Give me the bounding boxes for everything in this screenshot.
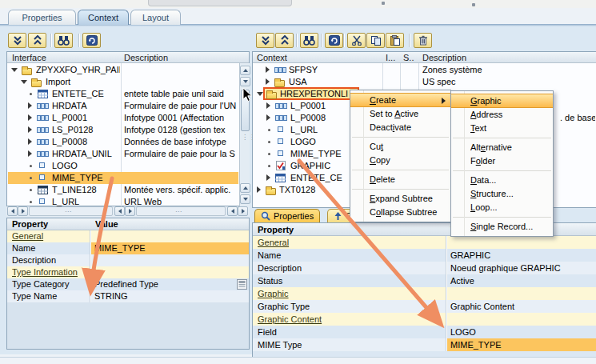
section-link[interactable]: Graphic [258, 287, 289, 300]
property-value-highlighted[interactable]: MIME_TYPE [90, 242, 249, 254]
tree-node-label: USA [289, 76, 307, 88]
tree-node-label: LS_P0128 [52, 124, 93, 136]
collapsed-triangle-icon[interactable] [28, 150, 32, 157]
tree-row[interactable]: LS_P0128 Infotype 0128 (gestion tex [7, 124, 239, 136]
scrollbar-thumb[interactable] [241, 90, 250, 131]
scroll-down-button[interactable] [240, 194, 250, 204]
submenu-item-text[interactable]: Text [451, 122, 553, 135]
property-value[interactable]: LOGO [450, 326, 476, 338]
submenu-item-structure[interactable]: Structure... [451, 187, 553, 201]
menu-item-deactivate[interactable]: Deactivate [350, 121, 450, 134]
collapsed-triangle-icon[interactable] [266, 66, 270, 73]
property-value[interactable]: STRING [94, 290, 128, 302]
scroll-right-button[interactable] [238, 206, 248, 216]
dropdown-icon[interactable] [237, 279, 247, 290]
menu-item-cut[interactable]: Cut [350, 140, 450, 154]
tree-row[interactable]: T_LINE128 Montée vers. spécif. applic. [7, 184, 239, 196]
menu-item-copy[interactable]: Copy [350, 154, 450, 167]
tree-row[interactable]: ENTETE_CE entete table paie unil said [7, 88, 239, 100]
property-value[interactable]: Predefined Type [94, 278, 158, 290]
refresh-button[interactable] [82, 33, 101, 48]
tab-properties[interactable]: Properties [8, 10, 76, 25]
section-link[interactable]: General [258, 236, 289, 249]
delete-button[interactable] [414, 33, 432, 48]
expand-triangle-icon[interactable] [257, 92, 263, 96]
submenu-item-alternative[interactable]: Alternative [451, 141, 553, 154]
tree-row[interactable]: L_P0008 Données de base infotype [7, 136, 239, 148]
property-section-general[interactable]: General [7, 230, 249, 242]
scroll-left-button[interactable] [227, 206, 238, 216]
collapse-all-button[interactable] [28, 33, 46, 48]
section-link[interactable]: Graphic Content [258, 313, 322, 326]
expand-triangle-icon[interactable] [21, 80, 27, 84]
menu-item-create[interactable]: Create [350, 93, 450, 107]
tree-row[interactable]: ZPYXXFO_YHR_PAIE01_CHC [7, 64, 239, 76]
tree-row[interactable]: Import [7, 76, 239, 88]
scroll-right-button[interactable] [125, 206, 135, 216]
collapsed-triangle-icon[interactable] [266, 102, 270, 109]
tab-context[interactable]: Context [78, 10, 129, 25]
refresh-button-right[interactable] [325, 33, 343, 48]
find-button[interactable] [54, 33, 73, 48]
collapsed-triangle-icon[interactable] [266, 174, 270, 181]
cut-button[interactable] [347, 33, 366, 48]
find-button-right[interactable] [300, 33, 318, 48]
expand-all-button[interactable] [8, 33, 26, 48]
property-value[interactable]: Active [450, 274, 474, 287]
field-icon [39, 174, 45, 180]
property-value[interactable]: Noeud graphique GRAPHIC [450, 262, 561, 274]
menu-item-collapse-subtree[interactable]: Collapse Subtree [350, 206, 450, 219]
menu-item-delete[interactable]: Delete [350, 173, 450, 186]
submenu-item-address[interactable]: Address [451, 108, 553, 122]
collapsed-triangle-icon[interactable] [28, 102, 32, 109]
tree-row[interactable]: L_P0001 Infotype 0001 (Affectation [7, 112, 239, 124]
tree-row[interactable]: USA US spec [253, 76, 595, 88]
collapsed-triangle-icon[interactable] [266, 78, 270, 85]
menu-item-set-to-active[interactable]: Set to Active [350, 107, 450, 121]
horizontal-scrollbar-row[interactable]: ⋯ ⋯ [6, 206, 250, 217]
submenu-item-data[interactable]: Data... [451, 174, 553, 187]
paste-button[interactable] [386, 33, 404, 48]
collapsed-triangle-icon[interactable] [28, 138, 32, 145]
tree-row[interactable]: HRDATA_UNIL Formulaire de paie pour la S [7, 148, 239, 160]
section-link[interactable]: Type Information [12, 266, 78, 278]
scroll-up-button[interactable] [240, 183, 250, 193]
tree-row[interactable]: SFPSY Zones système [253, 64, 595, 76]
property-value[interactable]: Graphic Content [450, 300, 514, 313]
submenu-item-graphic[interactable]: Graphic [451, 94, 553, 108]
property-value[interactable]: GRAPHIC [450, 249, 490, 262]
scroll-down-button[interactable] [240, 77, 250, 86]
scrollbar-track[interactable]: ⋯ [29, 206, 113, 216]
property-section-graphic[interactable]: Graphic [253, 287, 596, 300]
delete-icon [418, 35, 428, 46]
tab-properties-bottom[interactable]: Properties [254, 209, 320, 222]
expand-triangle-icon[interactable] [11, 68, 18, 72]
collapsed-triangle-icon[interactable] [28, 114, 32, 121]
tree-row-mime-type[interactable]: MIME_TYPE [7, 172, 239, 184]
copy-button[interactable] [366, 33, 385, 48]
scroll-right-button[interactable] [18, 206, 28, 216]
property-section-graphic-content[interactable]: Graphic Content [253, 313, 596, 326]
scroll-left-button[interactable] [7, 206, 18, 216]
collapsed-triangle-icon[interactable] [257, 186, 261, 193]
property-value-highlighted[interactable]: MIME_TYPE [446, 338, 596, 351]
scroll-left-button[interactable] [114, 206, 125, 216]
collapsed-triangle-icon[interactable] [28, 126, 32, 133]
scrollbar-track[interactable]: ⋯ [136, 206, 226, 216]
menu-item-expand-subtree[interactable]: Expand Subtree [350, 192, 450, 206]
scroll-up-button[interactable] [240, 66, 250, 75]
section-link[interactable]: General [12, 230, 43, 242]
tree-row[interactable]: HRDATA Formulaire de paie pour l'UN [7, 100, 239, 112]
tree-row[interactable]: LOGO [7, 160, 239, 172]
property-section-type-information[interactable]: Type Information [7, 266, 249, 278]
expand-all-button-right[interactable] [256, 33, 274, 48]
collapse-all-button-right[interactable] [275, 33, 294, 48]
vertical-scrollbar[interactable]: ⋮⋮ [239, 63, 250, 206]
property-section-general[interactable]: General [253, 236, 596, 249]
property-row-graphic-type: Graphic Type Graphic Content [253, 300, 596, 313]
submenu-item-folder[interactable]: Folder [451, 154, 553, 168]
submenu-item-single-record[interactable]: Single Record... [451, 220, 553, 234]
tab-layout[interactable]: Layout [130, 10, 181, 25]
submenu-item-loop[interactable]: Loop... [451, 201, 553, 214]
collapsed-triangle-icon[interactable] [266, 114, 270, 121]
